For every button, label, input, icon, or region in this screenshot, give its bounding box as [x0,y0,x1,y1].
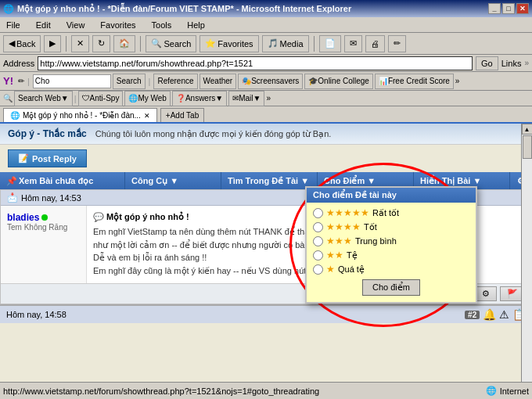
post-reply-area: 📝 Post Reply [0,145,532,172]
close-button[interactable]: ✕ [516,3,529,14]
post-reply-button[interactable]: 📝 Post Reply [8,149,87,167]
history-button[interactable]: 📄 [319,35,341,52]
col-xem-bai-icon: 📌 [6,176,17,186]
menu-help[interactable]: Help [184,19,208,31]
yahoo-search-button[interactable]: Search [113,74,146,89]
rating-label-5: Quá tệ [338,264,365,275]
browser-toolbar: ◀ Back ▶ ✕ ↻ 🏠 🔍 Search ⭐ Favorites 🎵 Me… [0,33,532,55]
rating-radio-4[interactable] [313,250,323,261]
home-button[interactable]: 🏠 [113,35,135,52]
more-button[interactable]: ⚙ [475,286,497,301]
minimize-button[interactable]: _ [488,3,501,14]
answers-button[interactable]: ❓ Answers ▼ [172,91,227,106]
post-reply-label: Post Reply [32,154,77,164]
submit-rating-button[interactable]: Cho điểm [362,279,420,296]
rating-radio-3[interactable] [313,236,323,246]
free-credit-button[interactable]: 📊 Free Credit Score [375,74,454,89]
yahoo-toolbar: Y! ✏ | Search | Reference Weather 🎭 Scre… [0,72,532,91]
links-label: Links [501,59,522,68]
search-toolbar-button[interactable]: 🔍 Search [146,35,196,52]
title-bar: 🌐 Một góp ý nho nhỏ ! - *Diễn đàn/Forum … [0,0,532,17]
post2-icons: 🔔 ⚠ 📋 [483,308,526,321]
weather-button[interactable]: Weather [200,74,237,89]
yahoo-logo: Y! [3,75,13,87]
my-web-button[interactable]: 🌐 My Web [124,91,171,106]
mail-button[interactable]: ✉ [344,35,362,52]
screensavers-button[interactable]: 🎭 Screensavers [238,74,303,89]
address-input[interactable] [38,56,473,70]
go-button[interactable]: Go [476,56,498,70]
col-xem-bai[interactable]: 📌 Xem Bài chưa đọc [0,172,125,189]
rating-popup: Cho điểm Đề tài này ★★★★★ Rất tốt ★★★★ T… [305,186,477,304]
reference-button[interactable]: Reference [153,74,197,89]
rating-label-4: Tệ [347,250,358,261]
rating-radio-5[interactable] [313,264,323,275]
address-label: Address [3,59,34,68]
address-bar: Address Go Links » [0,55,532,72]
add-tab-button[interactable]: + Add Tab [160,108,204,122]
mail-tb3-button[interactable]: ✉ Mail ▼ [228,91,264,106]
vertical-scrollbar: ▲ ▼ [521,124,532,399]
edit-toolbar-button[interactable]: ✏ [388,35,406,52]
media-button[interactable]: 🎵 Media [262,35,309,52]
rating-option-4[interactable]: ★★ Tệ [307,248,476,262]
maximize-button[interactable]: □ [502,3,515,14]
online-college-button[interactable]: 🎓 Online College [304,74,373,89]
window-title: Một góp ý nho nhỏ ! - *Diễn đàn/Forum VI… [17,4,351,14]
col-tim-trong[interactable]: Tìm Trong Đề Tài ▼ [221,172,318,189]
menu-file[interactable]: File [3,19,23,31]
tb3-more2: » [266,94,271,102]
yahoo-search-input[interactable] [33,74,111,88]
tab-main[interactable]: 🌐 Một góp ý nho nhỏ ! - *Điễn đàn... ✕ [3,108,157,122]
status-bar: http://www.vietstamp.net/forum/showthrea… [0,382,532,399]
post1-username[interactable]: bladies [7,212,39,223]
rating-option-2[interactable]: ★★★★ Tốt [307,220,476,234]
rating-radio-2[interactable] [313,222,323,232]
post-reply-icon: 📝 [18,153,29,164]
post2-badge: #2 [465,311,480,319]
post1-rank: Tem Không Răng [7,223,80,232]
tb2-separator2: | [149,77,151,86]
status-text: http://www.vietstamp.net/forum/showthrea… [3,386,319,396]
menu-tools[interactable]: Tools [149,19,175,31]
anti-spy-button[interactable]: 🛡 Anti-Spy [78,91,124,106]
menu-favorites[interactable]: Favorites [97,19,138,31]
pen-icon: ✏ [18,77,24,85]
tab-label: Một góp ý nho nhỏ ! - *Điễn đàn... [23,111,141,120]
post1-user-panel: bladies Tem Không Răng [1,206,87,283]
rating-stars-4: ★★ [326,250,343,261]
add-tab-label: Add Tab [171,111,200,120]
more-icon: ⚙ [482,289,490,299]
rating-option-3[interactable]: ★★★ Trung bình [307,234,476,248]
zone-icon: 🌐 [486,386,497,396]
tab-icon: 🌐 [10,111,20,120]
tb3-sep: | [74,94,77,103]
favorites-button[interactable]: ⭐ Favorites [200,35,258,52]
search-web-button[interactable]: Search Web ▼ [14,91,73,106]
window-icon: 🌐 [3,4,14,14]
post2-timestamp: Hôm nay, 14:58 [6,310,66,319]
tab-close-icon[interactable]: ✕ [144,112,150,120]
menu-bar: File Edit View Favorites Tools Help [0,17,532,33]
tb2-separator1: | [27,77,30,86]
rating-stars-5: ★ [326,264,335,275]
stop-button[interactable]: ✕ [71,35,89,52]
zone-label: Internet [500,386,529,396]
scroll-thumb[interactable] [523,135,532,159]
rating-radio-1[interactable] [313,208,323,218]
menu-view[interactable]: View [63,19,88,31]
print-button[interactable]: 🖨 [365,35,385,52]
forum-header: Góp ý - Thắc mắc Chúng tôi luôn mong nhậ… [0,124,532,145]
forward-button[interactable]: ▶ [44,35,61,52]
scroll-up-button[interactable]: ▲ [522,124,533,135]
col-cong-cu[interactable]: Công Cụ ▼ [125,172,221,189]
back-button[interactable]: ◀ Back [3,35,41,52]
rating-option-1[interactable]: ★★★★★ Rất tốt [307,206,476,220]
rating-option-5[interactable]: ★ Quá tệ [307,262,476,276]
rating-stars-1: ★★★★★ [326,207,369,218]
rating-popup-title: Cho điểm Đề tài này [307,188,476,203]
tab-bar: 🌐 Một góp ý nho nhỏ ! - *Điễn đàn... ✕ +… [0,106,532,124]
menu-edit[interactable]: Edit [33,19,54,31]
refresh-button[interactable]: ↻ [92,35,110,52]
scroll-track [522,135,533,399]
